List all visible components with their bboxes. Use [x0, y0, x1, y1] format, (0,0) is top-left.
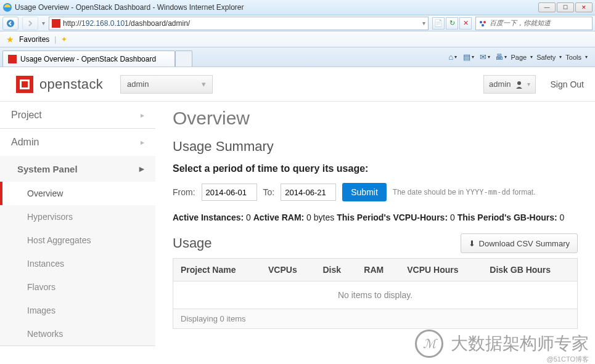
baidu-icon — [478, 19, 487, 28]
mail-icon[interactable]: ✉ — [478, 51, 491, 63]
chevron-right-icon: ▸ — [141, 111, 144, 119]
url-text: http://192.168.0.101/dashboard/admin/ — [63, 19, 190, 28]
nav-project[interactable]: Project▸ — [0, 102, 155, 129]
favorites-bar: ★ Favorites | ✦ — [0, 31, 595, 47]
usage-heading: Usage — [173, 235, 212, 251]
sidebar-item-overview[interactable]: Overview — [0, 182, 155, 205]
tab-bar: Usage Overview - OpenStack Dashboard ⌂ ▤… — [0, 47, 595, 67]
svg-point-3 — [483, 21, 486, 23]
col-vcpus[interactable]: VCPUs — [261, 259, 315, 281]
sidebar-item-flavors[interactable]: Flavors — [0, 275, 155, 299]
maximize-button[interactable]: ☐ — [557, 2, 574, 12]
user-dropdown[interactable]: admin ▾ — [483, 75, 535, 94]
tab-favicon — [8, 55, 17, 63]
svg-rect-7 — [22, 81, 28, 87]
window-controls: — ☐ ✕ — [538, 2, 593, 12]
compat-view-icon[interactable]: 📄 — [432, 17, 445, 30]
new-tab-button[interactable] — [175, 51, 192, 67]
address-bar[interactable]: http://192.168.0.101/dashboard/admin/ ▾ — [49, 17, 429, 30]
sidebar: Project▸ Admin▸ System Panel▸ Overview H… — [0, 102, 155, 364]
to-date-input[interactable] — [281, 184, 336, 201]
date-hint: The date should be in YYYY-mm-dd format. — [393, 188, 536, 196]
topnav: openstack admin▾ admin ▾ Sign Out — [0, 67, 595, 102]
tenant-dropdown[interactable]: admin▾ — [120, 75, 213, 94]
print-icon[interactable]: 🖶 — [494, 51, 507, 63]
page-title: Overview — [173, 108, 578, 129]
nav-system-panel[interactable]: System Panel▸ — [0, 156, 155, 182]
svg-point-8 — [517, 81, 521, 85]
main-content: Overview Usage Summary Select a period o… — [155, 102, 595, 364]
col-vcpu-hours[interactable]: VCPU Hours — [400, 259, 482, 281]
back-button[interactable] — [2, 17, 18, 30]
svg-point-2 — [480, 21, 482, 23]
watermark-sub: @51CTO博客 — [547, 355, 589, 364]
sidebar-item-networks[interactable]: Networks — [0, 322, 155, 346]
brand-logo[interactable]: openstack — [15, 75, 103, 94]
from-label: From: — [173, 187, 195, 197]
sidebar-item-hypervisors[interactable]: Hypervisors — [0, 205, 155, 229]
openstack-logo-icon — [15, 75, 35, 94]
usage-table: Project Name VCPUs Disk RAM VCPU Hours D… — [173, 258, 578, 309]
titlebar: Usage Overview - OpenStack Dashboard - W… — [0, 0, 595, 15]
sidebar-item-host-aggregates[interactable]: Host Aggregates — [0, 229, 155, 252]
to-label: To: — [263, 187, 275, 197]
favorites-star-icon[interactable]: ★ — [6, 34, 14, 44]
stop-button[interactable]: ✕ — [459, 17, 472, 30]
page-body: openstack admin▾ admin ▾ Sign Out Projec… — [0, 67, 595, 364]
search-placeholder: 百度一下，你就知道 — [490, 18, 551, 28]
add-fav-icon[interactable]: ✦ — [61, 35, 67, 44]
refresh-button[interactable]: ↻ — [446, 17, 458, 30]
usage-summary-heading: Usage Summary — [173, 139, 578, 155]
chevron-right-icon: ▸ — [141, 138, 144, 147]
search-box[interactable]: 百度一下，你就知道 — [475, 17, 593, 30]
submit-button[interactable]: Submit — [342, 183, 387, 201]
col-project-name[interactable]: Project Name — [173, 259, 261, 281]
home-icon[interactable]: ⌂ — [446, 51, 459, 63]
table-footer: Displaying 0 items — [173, 309, 578, 329]
minimize-button[interactable]: — — [538, 2, 556, 12]
col-disk[interactable]: Disk — [315, 259, 356, 281]
brand-text: openstack — [39, 76, 103, 92]
site-favicon — [52, 19, 60, 28]
svg-point-1 — [7, 20, 14, 27]
query-label: Select a period of time to query its usa… — [173, 163, 578, 174]
safety-menu[interactable]: Safety — [536, 54, 562, 61]
download-csv-button[interactable]: ⬇ Download CSV Summary — [461, 233, 578, 253]
page-menu[interactable]: Page — [511, 54, 533, 61]
window-title: Usage Overview - OpenStack Dashboard - W… — [15, 3, 244, 12]
col-disk-gb-hours[interactable]: Disk GB Hours — [482, 259, 577, 281]
col-ram[interactable]: RAM — [356, 259, 400, 281]
tab-title: Usage Overview - OpenStack Dashboard — [20, 55, 156, 63]
ie-icon — [2, 2, 12, 12]
svg-point-4 — [482, 24, 484, 26]
user-icon — [515, 80, 523, 89]
sign-out-link[interactable]: Sign Out — [551, 79, 584, 89]
browser-tab[interactable]: Usage Overview - OpenStack Dashboard — [2, 51, 175, 67]
close-window-button[interactable]: ✕ — [575, 2, 593, 12]
forward-button[interactable] — [22, 17, 38, 30]
navbar: ▾ http://192.168.0.101/dashboard/admin/ … — [0, 15, 595, 31]
feeds-icon[interactable]: ▤ — [462, 51, 475, 63]
stats-row: Active Instances: 0 Active RAM: 0 bytes … — [173, 212, 578, 222]
chevron-right-icon: ▸ — [139, 163, 144, 174]
tools-menu[interactable]: Tools — [565, 54, 588, 61]
date-form: From: To: Submit The date should be in Y… — [173, 183, 578, 201]
command-bar: ⌂ ▤ ✉ 🖶 Page Safety Tools — [446, 47, 593, 67]
from-date-input[interactable] — [202, 184, 257, 201]
sidebar-item-images[interactable]: Images — [0, 299, 155, 322]
empty-message: No items to display. — [173, 281, 578, 309]
download-icon: ⬇ — [469, 239, 475, 248]
favorites-label[interactable]: Favorites — [19, 35, 49, 44]
nav-admin[interactable]: Admin▸ — [0, 129, 155, 156]
sidebar-item-instances[interactable]: Instances — [0, 252, 155, 275]
